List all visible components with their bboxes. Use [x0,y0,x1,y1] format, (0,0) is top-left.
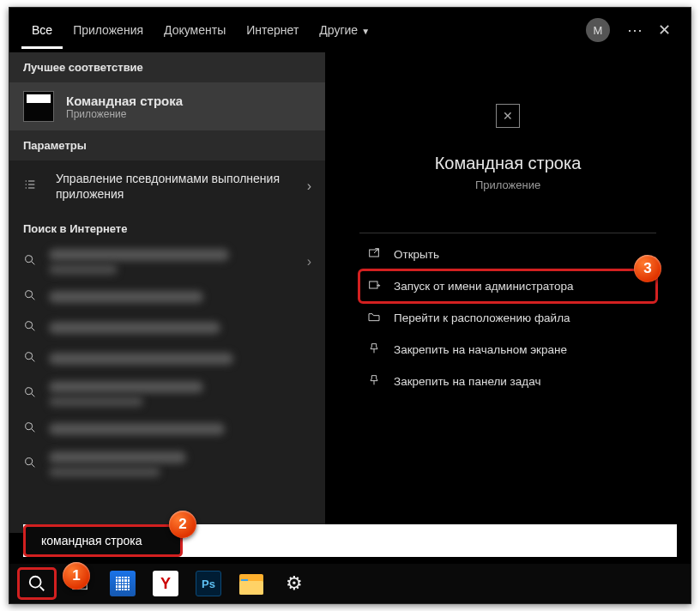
results-panel: Лучшее соответствие Командная строка При… [9,52,325,533]
tab-docs[interactable]: Документы [154,11,236,49]
taskbar-app-photoshop[interactable]: Ps [190,568,227,599]
pin-icon [366,342,382,358]
svg-point-0 [26,256,33,263]
search-bar [23,524,677,557]
svg-point-5 [26,423,33,430]
preview-actions: Открыть Запуск от имени администратора 3… [359,233,656,397]
gear-icon: ⚙ [286,572,303,595]
action-open[interactable]: Открыть [359,239,656,270]
svg-point-6 [26,458,33,465]
action-pin-taskbar[interactable]: Закрепить на панели задач [359,366,656,397]
web-result[interactable] [9,374,325,414]
step-marker-1: 1 [63,562,90,590]
svg-point-4 [26,388,33,395]
taskbar-app-explorer[interactable] [232,568,270,599]
best-match-title: Командная строка [66,94,183,108]
action-open-location[interactable]: Перейти к расположению файла [359,302,656,334]
web-result[interactable] [9,414,325,445]
tab-more[interactable]: Другие▼ [309,11,380,49]
preview-panel: ✕ Командная строка Приложение Открыть За… [325,52,691,533]
search-icon [23,319,39,336]
step-marker-3: 3 [634,255,661,282]
taskbar: Y Ps ⚙ [9,564,691,603]
broken-image-icon: ✕ [496,104,520,128]
taskbar-app-yandex[interactable]: Y [147,568,184,599]
search-icon [23,456,39,473]
chevron-right-icon: › [307,178,311,194]
chevron-right-icon: › [307,254,311,269]
web-result[interactable] [9,312,325,343]
close-icon[interactable]: ✕ [649,21,679,39]
cmd-icon [23,91,54,122]
preview-title: Командная строка [325,154,691,173]
preview-subtitle: Приложение [325,178,691,191]
search-icon [23,420,39,438]
taskbar-app-settings[interactable]: ⚙ [275,568,313,599]
search-box[interactable] [23,524,183,557]
taskbar-search-button[interactable] [18,568,56,599]
section-web: Поиск в Интернете [9,212,325,242]
svg-point-1 [26,291,33,298]
svg-point-2 [26,322,33,329]
pin-icon [366,373,382,390]
web-result[interactable] [9,343,325,374]
action-run-as-admin[interactable]: Запуск от имени администратора 3 [359,270,656,302]
open-icon [366,246,382,263]
tab-web[interactable]: Интернет [236,11,309,49]
step-marker-2: 2 [169,511,196,538]
search-icon [23,350,39,367]
web-result[interactable] [9,281,325,312]
list-icon [23,178,44,195]
folder-icon [366,310,382,326]
search-icon [23,385,39,402]
settings-row-alias[interactable]: Управление псевдонимами выполнения прило… [9,160,325,212]
search-icon [23,288,39,306]
svg-rect-8 [370,281,377,288]
web-result[interactable]: › [9,242,325,281]
account-avatar[interactable]: M [586,18,610,42]
svg-point-10 [30,577,41,588]
search-tabs: Все Приложения Документы Интернет Другие… [9,8,691,52]
action-pin-start[interactable]: Закрепить на начальном экране [359,334,656,366]
search-icon [23,253,39,270]
svg-point-3 [26,353,33,360]
section-settings: Параметры [9,130,325,160]
more-icon[interactable]: ⋯ [620,21,649,39]
tab-all[interactable]: Все [21,11,63,49]
admin-icon [366,278,382,294]
tab-apps[interactable]: Приложения [63,11,154,49]
section-best-match: Лучшее соответствие [9,52,325,82]
best-match-item[interactable]: Командная строка Приложение [9,82,325,130]
web-result[interactable] [9,445,325,484]
best-match-subtitle: Приложение [66,108,183,120]
search-input[interactable] [41,534,191,547]
taskbar-app-calendar[interactable] [104,568,142,599]
